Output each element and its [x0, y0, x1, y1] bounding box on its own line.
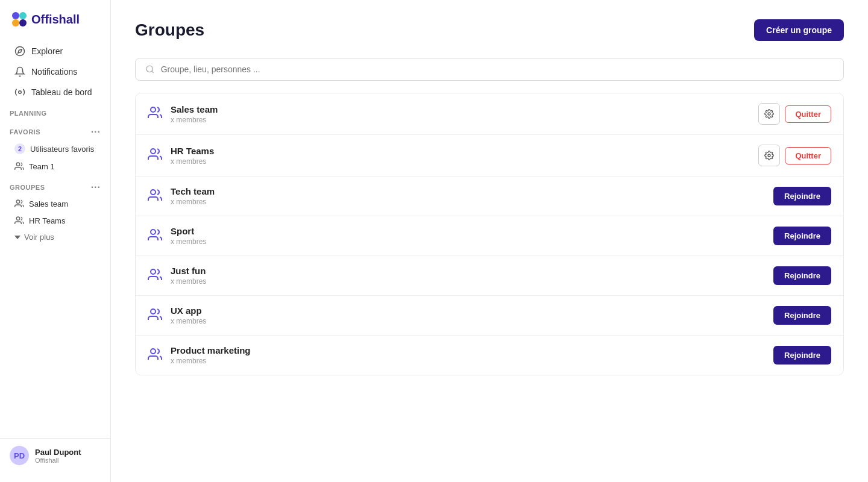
group-members: x membres [171, 198, 773, 206]
triangle-down-icon [14, 234, 20, 240]
main-header: Groupes Créer un groupe [135, 19, 844, 41]
rejoindre-button[interactable]: Rejoindre [773, 306, 831, 325]
group-info: Tech team x membres [171, 186, 773, 206]
group-name: Sales team [171, 104, 758, 114]
group-row: UX app x membres Rejoindre [136, 296, 843, 336]
page-title: Groupes [135, 20, 204, 40]
logo: Offishall [10, 10, 101, 29]
svg-point-3 [19, 19, 27, 27]
group-actions: Rejoindre [773, 227, 831, 245]
bell-icon [14, 66, 25, 77]
svg-point-9 [16, 217, 19, 220]
group-info: HR Teams x membres [171, 146, 758, 166]
group-name: Sport [171, 226, 773, 236]
group-info: Product marketing x membres [171, 345, 773, 365]
user-info: Paul Dupont Offishall [35, 448, 81, 464]
group-members: x membres [171, 157, 758, 166]
gear-icon [764, 151, 774, 160]
groupes-section-header: GROUPES ··· [0, 175, 110, 195]
svg-marker-5 [18, 49, 22, 53]
svg-point-0 [12, 12, 19, 19]
group-row: Sales team x membres Quitter [136, 93, 843, 135]
gear-icon [764, 109, 774, 119]
nav-explorer[interactable]: Explorer [5, 41, 105, 61]
group-members: x membres [171, 357, 773, 365]
group-name: Product marketing [171, 345, 773, 355]
group-row: Sport x membres Rejoindre [136, 216, 843, 256]
group-info: Just fun x membres [171, 266, 773, 286]
group-icon-hr [14, 216, 24, 225]
group-row: Product marketing x membres Rejoindre [136, 336, 843, 375]
group-actions: Quitter [758, 145, 831, 166]
group-icon [148, 307, 162, 322]
group-members: x membres [171, 116, 758, 124]
rejoindre-button[interactable]: Rejoindre [773, 187, 831, 205]
group-info: Sales team x membres [171, 104, 758, 124]
group-actions: Rejoindre [773, 187, 831, 205]
group-icon [148, 188, 162, 202]
svg-point-13 [151, 107, 156, 112]
group-name: HR Teams [171, 146, 758, 156]
svg-point-17 [151, 190, 156, 195]
team-icon [14, 161, 24, 171]
quitter-button[interactable]: Quitter [785, 147, 831, 164]
group-row: HR Teams x membres Quitter [136, 135, 843, 177]
gear-button[interactable] [758, 103, 780, 125]
group-info: Sport x membres [171, 226, 773, 246]
groups-list: Sales team x membres Quitter HR Teams x … [135, 93, 844, 375]
group-info: UX app x membres [171, 305, 773, 325]
planning-section-header: PLANNING [0, 102, 110, 119]
gear-button[interactable] [758, 145, 780, 166]
sidebar: Offishall Explorer Notifications Tableau… [0, 0, 111, 482]
voir-plus-button[interactable]: Voir plus [5, 229, 105, 245]
sidebar-item-utilisateurs-favoris[interactable]: 2 Utilisateurs favoris [5, 140, 105, 158]
search-bar [135, 58, 844, 81]
svg-point-18 [151, 230, 156, 234]
group-members: x membres [171, 317, 773, 325]
group-icon [148, 347, 162, 362]
group-row: Just fun x membres Rejoindre [136, 256, 843, 296]
logo-icon [10, 10, 29, 29]
user-name: Paul Dupont [35, 448, 81, 457]
sidebar-item-team1[interactable]: Team 1 [5, 158, 105, 175]
group-actions: Rejoindre [773, 266, 831, 285]
svg-point-2 [12, 19, 19, 27]
nav-notifications[interactable]: Notifications [5, 61, 105, 82]
user-profile-area[interactable]: PD Paul Dupont Offishall [0, 438, 110, 472]
dashboard-icon [14, 87, 25, 98]
avatar: PD [10, 446, 29, 465]
svg-line-12 [152, 71, 154, 73]
logo-text: Offishall [31, 13, 80, 27]
group-actions: Rejoindre [773, 306, 831, 325]
svg-point-15 [151, 149, 156, 154]
group-actions: Quitter [758, 103, 831, 125]
favoris-badge: 2 [14, 143, 25, 154]
svg-marker-10 [14, 236, 20, 239]
quitter-button[interactable]: Quitter [785, 105, 831, 123]
group-members: x membres [171, 277, 773, 286]
compass-icon [14, 46, 25, 57]
group-icon [148, 268, 162, 282]
group-icon [148, 228, 162, 242]
create-group-button[interactable]: Créer un groupe [754, 19, 844, 41]
group-name: Just fun [171, 266, 773, 276]
sidebar-item-sales-team[interactable]: Sales team [5, 195, 105, 212]
svg-point-8 [16, 200, 19, 203]
svg-point-6 [19, 91, 22, 94]
nav-tableau-de-bord[interactable]: Tableau de bord [5, 82, 105, 102]
rejoindre-button[interactable]: Rejoindre [773, 266, 831, 285]
search-input[interactable] [161, 64, 834, 74]
sidebar-item-hr-teams[interactable]: HR Teams [5, 212, 105, 229]
svg-point-21 [151, 349, 156, 354]
group-icon [148, 147, 162, 161]
user-company: Offishall [35, 457, 81, 464]
rejoindre-button[interactable]: Rejoindre [773, 227, 831, 245]
group-members: x membres [171, 237, 773, 246]
group-icon [148, 105, 162, 120]
group-name: UX app [171, 305, 773, 316]
favoris-more-button[interactable]: ··· [91, 127, 101, 137]
rejoindre-button[interactable]: Rejoindre [773, 346, 831, 365]
group-row: Tech team x membres Rejoindre [136, 177, 843, 216]
svg-point-7 [16, 163, 19, 166]
groupes-more-button[interactable]: ··· [91, 182, 101, 193]
